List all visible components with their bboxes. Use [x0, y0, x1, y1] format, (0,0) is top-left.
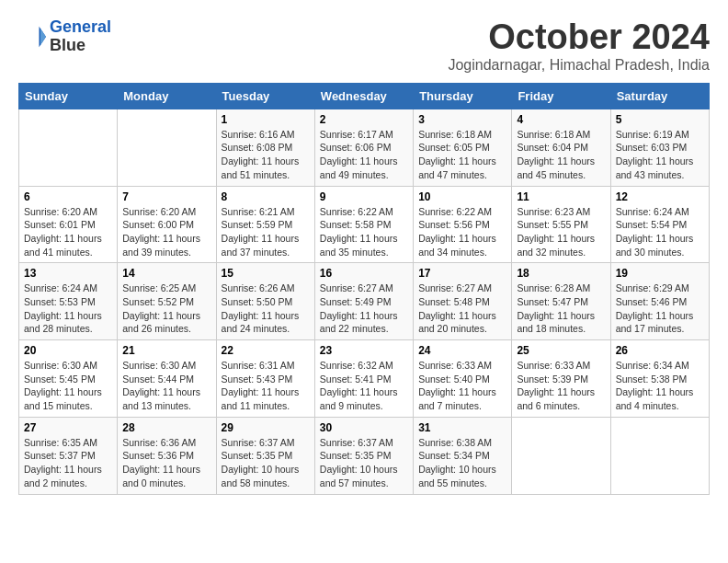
calendar-cell: 6Sunrise: 6:20 AM Sunset: 6:01 PM Daylig…	[19, 186, 118, 263]
day-info: Sunrise: 6:24 AM Sunset: 5:54 PM Dayligh…	[616, 205, 704, 259]
day-number: 6	[24, 190, 112, 203]
day-info: Sunrise: 6:21 AM Sunset: 5:59 PM Dayligh…	[222, 205, 310, 259]
calendar-cell	[19, 109, 118, 186]
calendar-cell: 10Sunrise: 6:22 AM Sunset: 5:56 PM Dayli…	[414, 186, 512, 263]
day-info: Sunrise: 6:30 AM Sunset: 5:44 PM Dayligh…	[122, 359, 210, 413]
weekday-header-saturday: Saturday	[610, 83, 709, 109]
day-number: 31	[418, 421, 506, 434]
day-info: Sunrise: 6:18 AM Sunset: 6:05 PM Dayligh…	[418, 128, 506, 182]
day-number: 1	[222, 113, 310, 126]
calendar-cell: 1Sunrise: 6:16 AM Sunset: 6:08 PM Daylig…	[216, 109, 314, 186]
calendar-cell: 22Sunrise: 6:31 AM Sunset: 5:43 PM Dayli…	[216, 340, 314, 418]
day-number: 3	[418, 113, 506, 126]
calendar-cell: 26Sunrise: 6:34 AM Sunset: 5:38 PM Dayli…	[610, 340, 709, 418]
day-info: Sunrise: 6:25 AM Sunset: 5:52 PM Dayligh…	[122, 282, 210, 336]
day-info: Sunrise: 6:36 AM Sunset: 5:36 PM Dayligh…	[122, 436, 210, 490]
calendar-cell: 18Sunrise: 6:28 AM Sunset: 5:47 PM Dayli…	[512, 263, 610, 340]
calendar-cell: 16Sunrise: 6:27 AM Sunset: 5:49 PM Dayli…	[314, 263, 413, 340]
calendar-cell: 5Sunrise: 6:19 AM Sunset: 6:03 PM Daylig…	[610, 109, 709, 186]
calendar-cell: 17Sunrise: 6:27 AM Sunset: 5:48 PM Dayli…	[414, 263, 512, 340]
calendar-cell	[610, 417, 709, 494]
day-info: Sunrise: 6:17 AM Sunset: 6:06 PM Dayligh…	[320, 128, 408, 182]
day-info: Sunrise: 6:32 AM Sunset: 5:41 PM Dayligh…	[320, 359, 408, 413]
day-info: Sunrise: 6:26 AM Sunset: 5:50 PM Dayligh…	[222, 282, 310, 336]
day-number: 26	[616, 344, 704, 357]
day-info: Sunrise: 6:37 AM Sunset: 5:35 PM Dayligh…	[222, 436, 310, 490]
day-info: Sunrise: 6:16 AM Sunset: 6:08 PM Dayligh…	[222, 128, 310, 182]
calendar-cell: 25Sunrise: 6:33 AM Sunset: 5:39 PM Dayli…	[512, 340, 610, 418]
location: Jogindarnagar, Himachal Pradesh, India	[448, 57, 710, 74]
day-info: Sunrise: 6:18 AM Sunset: 6:04 PM Dayligh…	[517, 128, 605, 182]
weekday-header-friday: Friday	[512, 83, 610, 109]
calendar-cell: 27Sunrise: 6:35 AM Sunset: 5:37 PM Dayli…	[19, 417, 118, 494]
day-info: Sunrise: 6:27 AM Sunset: 5:48 PM Dayligh…	[418, 282, 506, 336]
day-info: Sunrise: 6:20 AM Sunset: 6:01 PM Dayligh…	[24, 205, 112, 259]
day-info: Sunrise: 6:22 AM Sunset: 5:56 PM Dayligh…	[418, 205, 506, 259]
weekday-header-wednesday: Wednesday	[314, 83, 413, 109]
day-info: Sunrise: 6:38 AM Sunset: 5:34 PM Dayligh…	[418, 436, 506, 490]
day-number: 28	[122, 421, 210, 434]
day-number: 23	[320, 344, 408, 357]
day-number: 14	[122, 267, 210, 280]
calendar-week-4: 20Sunrise: 6:30 AM Sunset: 5:45 PM Dayli…	[19, 340, 710, 418]
day-number: 25	[517, 344, 605, 357]
day-number: 21	[122, 344, 210, 357]
day-number: 5	[616, 113, 704, 126]
day-info: Sunrise: 6:24 AM Sunset: 5:53 PM Dayligh…	[24, 282, 112, 336]
day-number: 24	[418, 344, 506, 357]
calendar-cell: 31Sunrise: 6:38 AM Sunset: 5:34 PM Dayli…	[414, 417, 512, 494]
calendar-week-5: 27Sunrise: 6:35 AM Sunset: 5:37 PM Dayli…	[19, 417, 710, 494]
day-number: 11	[517, 190, 605, 203]
day-info: Sunrise: 6:33 AM Sunset: 5:40 PM Dayligh…	[418, 359, 506, 413]
day-number: 12	[616, 190, 704, 203]
day-number: 29	[222, 421, 310, 434]
day-info: Sunrise: 6:30 AM Sunset: 5:45 PM Dayligh…	[24, 359, 112, 413]
weekday-header-sunday: Sunday	[19, 83, 118, 109]
day-number: 9	[320, 190, 408, 203]
day-number: 22	[222, 344, 310, 357]
calendar-cell: 23Sunrise: 6:32 AM Sunset: 5:41 PM Dayli…	[314, 340, 413, 418]
day-info: Sunrise: 6:33 AM Sunset: 5:39 PM Dayligh…	[517, 359, 605, 413]
day-info: Sunrise: 6:37 AM Sunset: 5:35 PM Dayligh…	[320, 436, 408, 490]
calendar-cell: 20Sunrise: 6:30 AM Sunset: 5:45 PM Dayli…	[19, 340, 118, 418]
day-info: Sunrise: 6:22 AM Sunset: 5:58 PM Dayligh…	[320, 205, 408, 259]
weekday-header-monday: Monday	[118, 83, 216, 109]
day-info: Sunrise: 6:28 AM Sunset: 5:47 PM Dayligh…	[517, 282, 605, 336]
day-info: Sunrise: 6:19 AM Sunset: 6:03 PM Dayligh…	[616, 128, 704, 182]
day-number: 16	[320, 267, 408, 280]
calendar-week-3: 13Sunrise: 6:24 AM Sunset: 5:53 PM Dayli…	[19, 263, 710, 340]
day-number: 30	[320, 421, 408, 434]
day-number: 17	[418, 267, 506, 280]
day-number: 7	[122, 190, 210, 203]
calendar-cell: 13Sunrise: 6:24 AM Sunset: 5:53 PM Dayli…	[19, 263, 118, 340]
logo-text: General Blue	[50, 18, 111, 55]
calendar-cell: 8Sunrise: 6:21 AM Sunset: 5:59 PM Daylig…	[216, 186, 314, 263]
calendar-cell: 14Sunrise: 6:25 AM Sunset: 5:52 PM Dayli…	[118, 263, 216, 340]
title-block: October 2024 Jogindarnagar, Himachal Pra…	[448, 18, 710, 74]
calendar-cell: 12Sunrise: 6:24 AM Sunset: 5:54 PM Dayli…	[610, 186, 709, 263]
calendar-cell: 19Sunrise: 6:29 AM Sunset: 5:46 PM Dayli…	[610, 263, 709, 340]
day-info: Sunrise: 6:35 AM Sunset: 5:37 PM Dayligh…	[24, 436, 112, 490]
calendar-cell: 30Sunrise: 6:37 AM Sunset: 5:35 PM Dayli…	[314, 417, 413, 494]
calendar-cell: 11Sunrise: 6:23 AM Sunset: 5:55 PM Dayli…	[512, 186, 610, 263]
calendar-table: SundayMondayTuesdayWednesdayThursdayFrid…	[18, 83, 710, 495]
day-info: Sunrise: 6:29 AM Sunset: 5:46 PM Dayligh…	[616, 282, 704, 336]
day-number: 15	[222, 267, 310, 280]
day-number: 18	[517, 267, 605, 280]
day-info: Sunrise: 6:31 AM Sunset: 5:43 PM Dayligh…	[222, 359, 310, 413]
calendar-week-2: 6Sunrise: 6:20 AM Sunset: 6:01 PM Daylig…	[19, 186, 710, 263]
calendar-body: 1Sunrise: 6:16 AM Sunset: 6:08 PM Daylig…	[19, 109, 710, 494]
calendar-cell: 9Sunrise: 6:22 AM Sunset: 5:58 PM Daylig…	[314, 186, 413, 263]
day-number: 13	[24, 267, 112, 280]
logo: General Blue	[18, 18, 111, 55]
calendar-cell	[118, 109, 216, 186]
logo-icon	[18, 23, 46, 51]
calendar-cell	[512, 417, 610, 494]
month-title: October 2024	[448, 18, 710, 57]
calendar-cell: 15Sunrise: 6:26 AM Sunset: 5:50 PM Dayli…	[216, 263, 314, 340]
svg-marker-1	[40, 29, 46, 45]
day-info: Sunrise: 6:20 AM Sunset: 6:00 PM Dayligh…	[122, 205, 210, 259]
day-info: Sunrise: 6:23 AM Sunset: 5:55 PM Dayligh…	[517, 205, 605, 259]
day-number: 27	[24, 421, 112, 434]
calendar-cell: 4Sunrise: 6:18 AM Sunset: 6:04 PM Daylig…	[512, 109, 610, 186]
